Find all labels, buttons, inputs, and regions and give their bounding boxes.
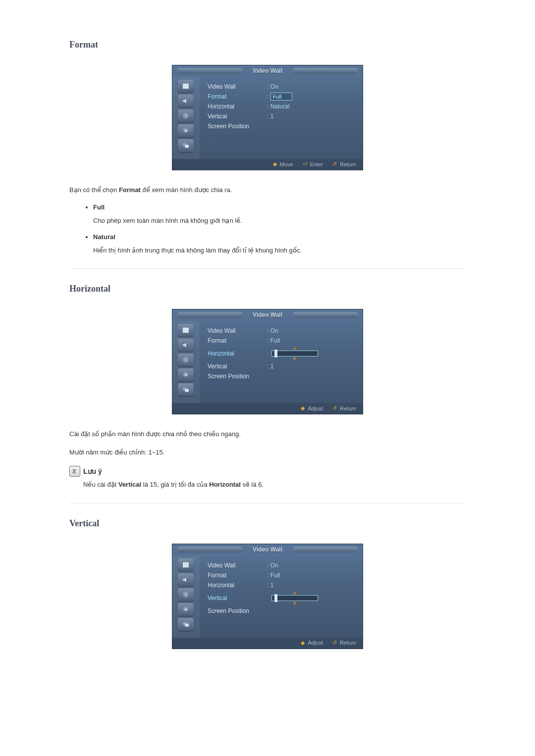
osd-value: : 1 — [267, 111, 273, 121]
osd-row-screen-position[interactable]: Screen Position — [208, 121, 355, 131]
arrow-down-icon: ▼ — [292, 356, 297, 361]
osd-content: Video Wall : On Format : Full Horizontal… — [200, 555, 363, 638]
osd-label: Screen Position — [208, 371, 267, 381]
clock-icon[interactable] — [178, 588, 194, 601]
option-natural-title: Natural — [93, 233, 115, 241]
return-icon: ↺ — [332, 405, 338, 411]
picture-icon[interactable] — [178, 558, 194, 571]
osd-title: Video Wall — [245, 67, 290, 74]
note-text: Nếu cài đặt Vertical là 15, giá trị tối … — [83, 480, 466, 490]
osd-panel-format: Video Wall Video Wall : On — [172, 65, 363, 170]
osd-label: Video Wall — [208, 326, 267, 336]
osd-value: : Full — [267, 336, 280, 346]
note-label: Lưu ý — [83, 467, 102, 475]
hint-return: ↺Return — [332, 405, 356, 411]
osd-content: Video Wall : On Format : Full Horizontal… — [200, 77, 363, 159]
sound-icon[interactable] — [178, 95, 194, 107]
osd-row-horizontal[interactable]: Horizontal : ▲ ▼ — [208, 346, 355, 361]
arrow-down-icon: ▼ — [292, 601, 297, 606]
osd-row-format[interactable]: Format : Full — [208, 570, 355, 580]
multi-icon[interactable] — [178, 139, 194, 152]
heading-format: Format — [69, 40, 466, 50]
osd-label: Vertical — [208, 593, 267, 603]
osd-row-vertical[interactable]: Vertical : 1 — [208, 111, 355, 121]
osd-label: Horizontal — [208, 349, 267, 358]
clock-icon[interactable] — [178, 109, 194, 122]
gear-icon[interactable] — [178, 124, 194, 137]
osd-row-format[interactable]: Format : Full — [208, 336, 355, 346]
osd-row-format[interactable]: Format : Full — [208, 92, 355, 101]
osd-value: : On — [267, 326, 278, 336]
osd-title: Video Wall — [245, 546, 290, 553]
osd-value: : 1 — [267, 580, 273, 590]
osd-header: Video Wall — [172, 309, 363, 321]
osd-value: : 1 — [267, 361, 273, 371]
osd-sidebar — [172, 77, 200, 159]
osd-row-screen-position[interactable]: Screen Position — [208, 371, 355, 381]
osd-label: Horizontal — [208, 101, 267, 111]
sound-icon[interactable] — [178, 573, 194, 586]
osd-footer: ◆Adjust ↺Return — [172, 403, 363, 414]
multi-icon[interactable] — [178, 383, 194, 396]
picture-icon[interactable] — [178, 80, 194, 93]
horizontal-desc2: Mười năm mức điều chỉnh: 1~15. — [69, 448, 466, 458]
svg-rect-7 — [185, 389, 189, 392]
osd-value: : On — [267, 82, 278, 92]
osd-panel-vertical: Video Wall Video Wall : On — [172, 544, 363, 649]
osd-label: Format — [208, 92, 267, 101]
osd-slider[interactable] — [271, 351, 318, 356]
hint-adjust: ◆Adjust — [300, 640, 323, 646]
option-full-desc: Cho phép xem toàn màn hình mà không giới… — [93, 216, 466, 226]
list-item: Full Cho phép xem toàn màn hình mà không… — [93, 203, 466, 226]
hint-return: ↺Return — [332, 640, 356, 646]
osd-row-video-wall[interactable]: Video Wall : On — [208, 82, 355, 92]
osd-row-vertical[interactable]: Vertical ▲ ▼ — [208, 590, 355, 606]
svg-rect-11 — [185, 623, 189, 626]
gear-icon[interactable] — [178, 603, 194, 616]
osd-row-screen-position[interactable]: Screen Position — [208, 606, 355, 616]
osd-content: Video Wall : On Format : Full Horizontal… — [200, 321, 363, 403]
osd-row-video-wall[interactable]: Video Wall : On — [208, 326, 355, 336]
heading-vertical: Vertical — [69, 518, 466, 529]
sound-icon[interactable] — [178, 339, 194, 352]
slider-knob[interactable] — [274, 594, 277, 602]
picture-icon[interactable] — [178, 324, 194, 337]
osd-footer: ◆Move ⏎Enter ↺Return — [172, 159, 363, 170]
osd-header-bar-right — [292, 312, 358, 318]
osd-row-video-wall[interactable]: Video Wall : On — [208, 560, 355, 570]
section-format: Format Video Wall Video Wall : — [69, 40, 466, 255]
osd-value: : On — [267, 560, 278, 570]
gear-icon[interactable] — [178, 368, 194, 381]
note-icon — [69, 466, 80, 477]
osd-slider[interactable] — [271, 595, 318, 601]
hint-adjust: ◆Adjust — [300, 405, 323, 411]
format-intro: Bạn có thể chọn Format để xem màn hình đ… — [69, 185, 466, 196]
osd-label: Screen Position — [208, 121, 267, 131]
osd-value: : ▲ ▼ — [267, 346, 318, 361]
osd-header-bar-left — [177, 312, 243, 318]
osd-row-horizontal[interactable]: Horizontal : Natural — [208, 101, 355, 111]
slider-knob[interactable] — [274, 350, 277, 357]
osd-header: Video Wall — [172, 65, 363, 77]
section-horizontal: Horizontal Video Wall Video Wall — [69, 284, 466, 490]
osd-value: ▲ ▼ — [267, 590, 318, 606]
osd-label: Vertical — [208, 361, 267, 371]
multi-icon[interactable] — [178, 618, 194, 631]
osd-title: Video Wall — [245, 311, 290, 318]
osd-label: Screen Position — [208, 606, 267, 616]
osd-row-horizontal[interactable]: Horizontal : 1 — [208, 580, 355, 590]
osd-row-vertical[interactable]: Vertical : 1 — [208, 361, 355, 371]
move-icon: ◆ — [272, 161, 278, 167]
divider — [69, 503, 466, 504]
note-header: Lưu ý — [69, 466, 466, 477]
osd-label: Format — [208, 336, 267, 346]
heading-horizontal: Horizontal — [69, 284, 466, 294]
section-vertical: Vertical Video Wall Video Wall — [69, 518, 466, 649]
osd-sidebar — [172, 321, 200, 403]
osd-value: : Full — [267, 92, 292, 101]
osd-header-bar-right — [292, 68, 358, 74]
hint-move: ◆Move — [272, 161, 293, 167]
return-icon: ↺ — [332, 640, 338, 646]
clock-icon[interactable] — [178, 353, 194, 366]
osd-label: Format — [208, 570, 267, 580]
